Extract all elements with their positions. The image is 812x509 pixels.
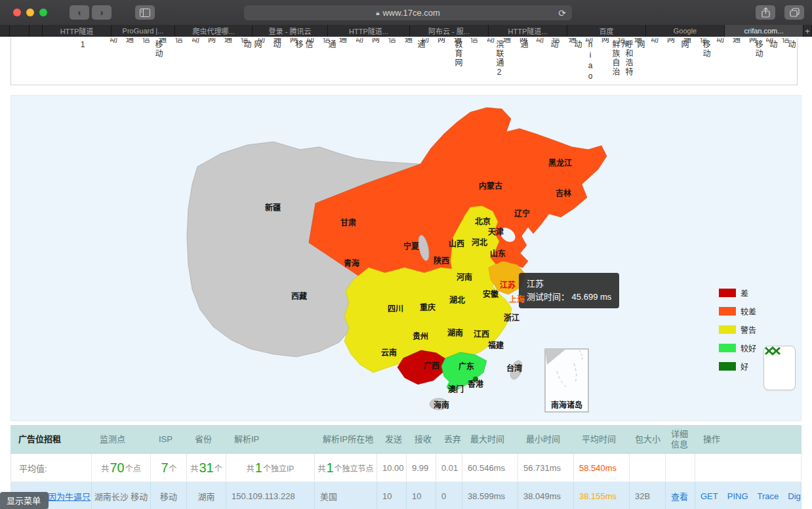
close-window-button[interactable] xyxy=(13,9,21,16)
show-menu-tooltip[interactable]: 显示菜单 xyxy=(0,492,49,509)
table-link[interactable]: PING xyxy=(727,491,748,501)
browser-tab[interactable]: HTTP隧道 xyxy=(43,25,112,37)
table-link[interactable]: Dig xyxy=(788,491,801,501)
cell-text: 9.99 xyxy=(412,463,428,473)
province-label: 安徽 xyxy=(483,288,498,299)
node-label: 移动 xyxy=(754,40,763,58)
province-label: 广西 xyxy=(424,359,439,371)
tab-bar: HTTP隧道ProGuard |...爬虫代理哪...登录 - 腾讯云HTTP隧… xyxy=(0,25,812,37)
legend-item: 好 xyxy=(719,361,756,372)
forward-icon: › xyxy=(100,7,104,18)
browser-tab[interactable]: HTTP隧道... xyxy=(489,25,567,37)
table-cell: 10 xyxy=(377,482,407,509)
browser-tab[interactable] xyxy=(30,25,43,37)
table-header-cell: 省份 xyxy=(187,425,226,454)
province-label: 内蒙古 xyxy=(479,180,502,191)
table-cell: 150.109.113.228 xyxy=(226,482,315,509)
browser-tab[interactable]: 百度 xyxy=(567,25,646,37)
cell-text: 1 xyxy=(326,460,333,476)
province-label: 黑龙江 xyxy=(548,157,572,168)
safari-window: ‹ › 🔒︎ www.17ce.com ⟳ xyxy=(0,0,812,509)
browser-tab[interactable]: ProGuard |... xyxy=(112,25,175,37)
node-selection-strip[interactable]: 动通信通信动网通信动通网动信通动网信通动网通信动通网动信通动网信通动网通信动通网… xyxy=(10,38,798,85)
legend-item: 警告 xyxy=(719,324,756,335)
legend-swatch xyxy=(719,362,736,371)
sidebar-toggle-button[interactable] xyxy=(135,5,155,20)
table-link[interactable]: 查看 xyxy=(671,490,688,502)
minimize-window-button[interactable] xyxy=(26,9,34,16)
table-header-cell: 发送 xyxy=(377,425,407,454)
browser-tab[interactable]: HTTP隧道... xyxy=(328,25,410,37)
node-label: 教育网 xyxy=(453,40,462,68)
browser-tab[interactable] xyxy=(0,25,10,37)
legend-label: 较差 xyxy=(741,306,756,317)
browser-tab[interactable] xyxy=(10,25,30,37)
traffic-lights xyxy=(13,9,47,16)
province-label: 辽宁 xyxy=(514,207,530,218)
cell-text: 共 xyxy=(317,462,325,474)
url-text: www.17ce.com xyxy=(382,8,439,18)
node-label: 动 xyxy=(272,40,281,49)
browser-tab[interactable]: crifan.com... xyxy=(725,25,803,37)
browser-tab[interactable]: 阿布云 - 服... xyxy=(410,25,489,37)
zoom-window-button[interactable] xyxy=(39,9,47,16)
results-table: 广告位招租监测点ISP省份解析IP解析IP所在地发送接收丢弃最大时间最小时间平均… xyxy=(10,425,802,509)
map-zoom-control xyxy=(763,346,796,390)
table-header-cell: 监测点 xyxy=(92,425,151,454)
table-cell: 38.599ms xyxy=(462,482,518,509)
back-button[interactable]: ‹ xyxy=(70,5,89,20)
table-link[interactable]: Trace xyxy=(758,491,779,501)
node-label: 动 xyxy=(573,40,582,49)
cell-text: 共 xyxy=(190,462,198,474)
cell-text: 70 xyxy=(110,460,124,476)
cell-text: 10 xyxy=(412,491,421,501)
table-cell: 58.540ms xyxy=(574,454,630,481)
table-cell xyxy=(695,454,802,481)
cell-text: 38.599ms xyxy=(468,491,505,501)
cell-text: 10.00 xyxy=(382,463,404,473)
node-label: 网 xyxy=(253,40,262,49)
table-cell: 56.731ms xyxy=(518,454,574,481)
new-tab-button[interactable]: + xyxy=(803,25,812,37)
node-label: 通 xyxy=(327,40,336,49)
province-label: 海南 xyxy=(434,399,449,410)
province-label: 北京 xyxy=(475,215,491,226)
table-header-cell: 平均时间 xyxy=(574,425,630,454)
legend-label: 好 xyxy=(741,361,748,372)
node-label: 动 xyxy=(786,40,796,49)
cell-text: 56.731ms xyxy=(523,463,561,473)
cell-text: 共 xyxy=(101,462,109,474)
browser-tab[interactable]: Google xyxy=(646,25,725,37)
province-label: 青海 xyxy=(344,257,359,268)
table-header-cell: 解析IP xyxy=(226,425,315,454)
zoom-out-button[interactable] xyxy=(764,368,795,390)
address-bar[interactable]: 🔒︎ www.17ce.com ⟳ xyxy=(244,5,572,20)
table-cell xyxy=(630,454,666,481)
province-label: 新疆 xyxy=(265,201,281,213)
table-link[interactable]: GET xyxy=(700,491,718,501)
share-button[interactable] xyxy=(756,5,775,20)
province-label: 江苏 xyxy=(500,279,516,290)
table-cell: 查看 xyxy=(666,482,695,509)
legend-swatch xyxy=(719,325,736,334)
legend-swatch xyxy=(719,344,736,352)
forward-button[interactable]: › xyxy=(92,5,112,20)
cell-text: 38.049ms xyxy=(523,491,561,501)
table-cell: 10 xyxy=(407,482,436,509)
tab-overview-button[interactable] xyxy=(784,5,804,20)
table-cell: 9.99 xyxy=(407,454,436,481)
browser-tab[interactable]: 爬虫代理哪... xyxy=(175,25,253,37)
reload-icon[interactable]: ⟳ xyxy=(558,8,566,18)
tab-overview-icon xyxy=(790,8,800,17)
province-label: 山西 xyxy=(449,237,464,249)
node-label: 滨联通2 xyxy=(495,40,504,78)
cell-text: 个独立节点 xyxy=(335,462,374,474)
cell-text: 湖南长沙 移动 xyxy=(94,490,148,502)
node-label: 移动 xyxy=(153,40,163,58)
table-cell: 共70个点 xyxy=(92,454,151,481)
sidebar-icon xyxy=(140,9,150,17)
node-label: 网 xyxy=(680,40,689,49)
province-label: 台湾 xyxy=(506,362,522,373)
browser-tab[interactable]: 登录 - 腾讯云 xyxy=(253,25,328,37)
table-row: 666IDC因为牛逼只湖南长沙 移动移动湖南150.109.113.228美国1… xyxy=(10,482,802,509)
